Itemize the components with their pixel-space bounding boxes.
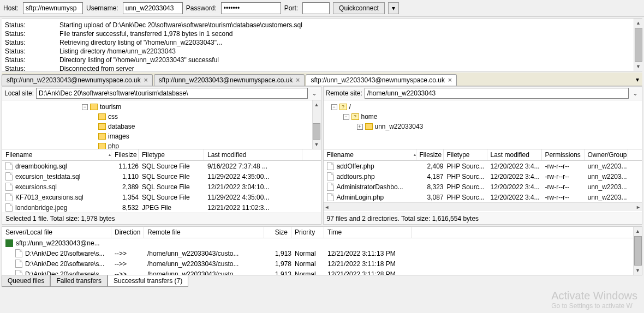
file-row[interactable]: KF7013_excursions.sql1,354SQL Source Fil… [2,192,321,202]
log-message: Disconnected from server [59,64,134,71]
file-row[interactable]: excursions.sql2,389SQL Source File12/21/… [2,182,321,192]
queue-scrollbar[interactable]: ▲▼ [633,227,642,275]
expand-icon[interactable]: + [357,124,363,130]
file-icon [15,270,22,275]
tab-successful-transfers[interactable]: Successful transfers (7) [108,275,188,287]
collapse-icon[interactable]: − [82,104,88,110]
file-icon [327,162,334,170]
log-status-label: Status: [5,29,59,38]
tab-label: sftp://unn_w22033043@newnumyspace.co.uk [311,76,445,84]
qcol-size[interactable]: Size [264,227,291,238]
remote-site-label: Remote site: [326,89,362,97]
host-input[interactable] [23,2,83,14]
connection-tab[interactable]: sftp://unn_w22033043@newnumyspace.co.uk× [2,74,153,86]
log-status-label: Status: [5,47,59,56]
file-icon [5,193,13,201]
file-row[interactable]: AdminLogin.php3,087PHP Sourc...12/20/202… [324,192,642,202]
local-file-list[interactable]: Filename▴ Filesize Filetype Last modifie… [2,149,321,213]
tab-label: sftp://unn_w22033043@newnumyspace.co.uk [7,76,141,84]
scroll-up-icon[interactable]: ▲ [634,19,643,27]
remote-pane: Remote site: ⌄ −?/ −?home +unn_w22033043… [323,86,643,225]
col-filesize[interactable]: Filesize [111,149,139,160]
scroll-thumb[interactable] [635,28,642,62]
quickconnect-dropdown[interactable]: ▾ [388,2,399,14]
col-filesize[interactable]: Filesize [416,149,444,160]
connection-tab[interactable]: sftp://unn_w22033043@newnumyspace.co.uk× [306,74,457,86]
tree-node[interactable]: unn_w22033043 [375,122,424,131]
tree-node[interactable]: home [361,112,378,122]
tab-queued-files[interactable]: Queued files [2,275,50,287]
local-tree[interactable]: −tourism css database images php ▲▼ [2,100,321,149]
local-tree-scrollbar[interactable]: ▲▼ [312,100,321,149]
col-filename[interactable]: Filename▴ [2,149,111,160]
file-icon [5,162,13,170]
scroll-down-icon[interactable]: ▼ [634,62,643,71]
col-filetype[interactable]: Filetype [139,149,204,160]
col-permissions[interactable]: Permissions [542,149,585,160]
remote-tree[interactable]: −?/ −?home +unn_w22033043 [324,100,642,149]
qcol-direction[interactable]: Direction [111,227,144,238]
local-path-dropdown[interactable]: ⌄ [310,89,319,97]
queue-server-row[interactable]: sftp://unn_w22033043@ne... [2,238,642,248]
tree-node[interactable]: / [349,102,351,112]
col-filetype[interactable]: Filetype [444,149,487,160]
password-input[interactable] [221,2,281,14]
qcol-server[interactable]: Server/Local file [2,227,111,238]
log-scrollbar[interactable]: ▲ ▼ [634,19,642,71]
chevron-down-icon: ▾ [392,4,395,12]
host-label: Host: [3,4,19,12]
tree-node[interactable]: tourism [100,102,121,112]
close-icon[interactable]: × [296,76,300,84]
log-message: File transfer successful, transferred 1,… [59,29,233,38]
tree-node[interactable]: database [108,122,135,131]
file-icon [327,193,334,201]
qcol-time[interactable]: Time [324,227,412,238]
col-modified[interactable]: Last modified [204,149,302,160]
file-row[interactable]: excursion_testdata.sql1,110SQL Source Fi… [2,171,321,182]
collapse-icon[interactable]: − [343,114,349,120]
tabbar-dropdown[interactable]: ▾ [633,74,642,86]
tab-failed-transfers[interactable]: Failed transfers [50,275,108,287]
file-icon [5,172,13,180]
log-status-label: Status: [5,56,59,64]
remote-path-dropdown[interactable]: ⌄ [631,89,640,97]
port-label: Port: [284,4,298,12]
file-row[interactable]: londonbridge.jpeg8,532JPEG File12/21/202… [2,202,321,213]
connection-tab[interactable]: sftp://unn_w22033043@newnumyspace.co.uk× [154,74,305,86]
file-row[interactable]: AdministratorDashbo...8,323PHP Sourc...1… [324,182,642,192]
col-filename[interactable]: Filename▴ [324,149,416,160]
close-icon[interactable]: × [448,76,452,84]
remote-status: 97 files and 2 directories. Total size: … [324,213,642,224]
server-icon [5,239,13,247]
transfer-queue: Server/Local file Direction Remote file … [2,226,642,275]
username-label: Username: [86,4,118,12]
tree-node[interactable]: css [108,112,118,122]
remote-path-input[interactable] [365,88,629,99]
folder-icon [98,113,106,120]
qcol-remote[interactable]: Remote file [144,227,264,238]
file-row[interactable]: addtours.php4,187PHP Sourc...12/20/2022 … [324,171,642,182]
folder-icon [98,123,106,130]
remote-file-list[interactable]: Filename▴ Filesize Filetype Last modifie… [324,149,642,213]
qcol-priority[interactable]: Priority [291,227,324,238]
port-input[interactable] [302,2,330,14]
quickconnect-button[interactable]: Quickconnect [333,2,385,14]
transfer-row[interactable]: D:\Ank\Dec 20\software\s...-->>/home/unn… [2,258,642,269]
local-path-input[interactable] [36,88,307,99]
log-message: Retrieving directory listing of "/home/u… [59,38,222,47]
transfer-row[interactable]: D:\Ank\Dec 20\software\s...-->>/home/unn… [2,248,642,258]
remote-hscrollbar[interactable]: ◄► [324,202,642,211]
tree-node[interactable]: images [108,131,129,141]
file-row[interactable]: dreambooking.sql11,126SQL Source File9/1… [2,161,321,171]
col-owner[interactable]: Owner/Group [585,149,628,160]
file-row[interactable]: addOffer.php2,409PHP Sourc...12/20/2022 … [324,161,642,171]
transfer-row[interactable]: D:\Ank\Dec 20\software\s...-->>/home/unn… [2,269,642,275]
col-modified[interactable]: Last modified [487,149,542,160]
collapse-icon[interactable]: − [331,104,337,110]
tree-node[interactable]: php [108,141,119,149]
local-pane: Local site: ⌄ −tourism css database imag… [2,86,321,225]
folder-icon [98,133,106,140]
username-input[interactable] [123,2,183,14]
close-icon[interactable]: × [144,76,148,84]
file-icon [5,183,13,191]
